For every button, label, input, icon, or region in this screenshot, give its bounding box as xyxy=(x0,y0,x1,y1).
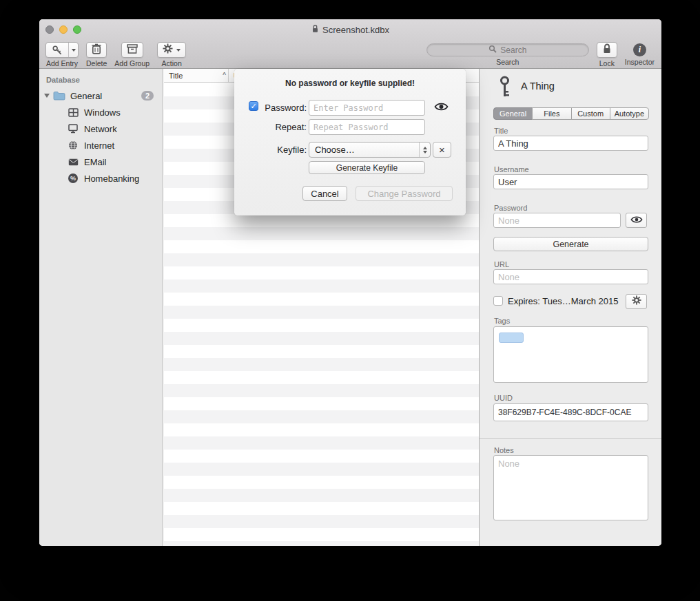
sidebar-item-label: Internet xyxy=(84,140,114,151)
info-icon: i xyxy=(639,45,641,55)
url-field[interactable] xyxy=(493,269,648,284)
gear-icon xyxy=(163,43,173,56)
cancel-label: Cancel xyxy=(311,189,338,199)
dialog-repeat-input[interactable] xyxy=(309,119,425,135)
password-label: Password xyxy=(494,204,527,212)
search-input[interactable]: Search xyxy=(426,43,589,56)
sidebar-item-label: EMail xyxy=(84,157,107,167)
title-label: Title xyxy=(494,127,508,135)
change-password-label: Change Password xyxy=(367,189,440,199)
globe-icon xyxy=(67,140,79,150)
search-item: Search Search xyxy=(426,42,589,66)
keyfile-dropdown[interactable]: Choose… xyxy=(309,142,431,158)
sidebar-item-label: Homebanking xyxy=(84,173,139,184)
delete-item: Delete xyxy=(86,42,107,67)
sidebar-item-label: General xyxy=(70,91,102,101)
key-icon xyxy=(500,76,510,101)
sidebar-item-network[interactable]: Network xyxy=(39,120,163,137)
chevron-up-icon xyxy=(423,147,427,149)
action-label: Action xyxy=(162,59,182,67)
notes-field[interactable] xyxy=(493,455,648,520)
column-header-title[interactable]: Title ^ xyxy=(164,69,228,82)
window-chrome: Screenshot.kdbx Add Entry xyxy=(39,19,661,69)
delete-label: Delete xyxy=(86,59,107,67)
gear-icon xyxy=(632,295,641,308)
url-label: URL xyxy=(494,260,509,268)
sidebar-item-email[interactable]: EMail xyxy=(39,154,163,170)
add-entry-dropdown[interactable] xyxy=(68,43,78,57)
document-proxy-icon xyxy=(311,24,319,35)
traffic-lights xyxy=(45,25,81,34)
inspector-label: Inspector xyxy=(625,58,655,66)
dialog-message: No password or keyfile supplied! xyxy=(234,78,466,88)
close-x-icon: × xyxy=(439,145,445,155)
sort-ascending-icon: ^ xyxy=(223,72,226,79)
desktop-background: Screenshot.kdbx Add Entry xyxy=(0,0,700,601)
entry-title: A Thing xyxy=(521,81,555,92)
generate-label: Generate xyxy=(553,240,588,249)
expires-label: Expires: Tues…March 2015 xyxy=(508,296,618,306)
delete-button[interactable] xyxy=(86,42,107,58)
password-checkbox[interactable]: ✓ xyxy=(249,101,258,111)
sidebar: Database General 2 Windows xyxy=(39,69,163,546)
title-field[interactable] xyxy=(493,136,648,151)
tab-custom[interactable]: Custom xyxy=(571,107,610,120)
chevron-down-icon xyxy=(176,49,181,52)
password-field[interactable] xyxy=(493,213,621,228)
app-window: Screenshot.kdbx Add Entry xyxy=(39,19,661,546)
tab-autotype[interactable]: Autotype xyxy=(610,107,649,120)
sidebar-header: Database xyxy=(39,73,163,87)
expires-checkbox[interactable] xyxy=(493,296,503,306)
change-password-dialog: No password or keyfile supplied! ✓ Passw… xyxy=(234,69,466,215)
sidebar-item-windows[interactable]: Windows xyxy=(39,104,163,120)
toolbar: Add Entry Delete xyxy=(39,40,661,68)
group-box-icon xyxy=(127,44,138,56)
network-icon xyxy=(67,124,79,134)
sidebar-item-homebanking[interactable]: % Homebanking xyxy=(39,170,163,187)
chevron-down-icon xyxy=(72,49,76,52)
sidebar-item-label: Network xyxy=(84,124,117,134)
eye-icon xyxy=(630,214,643,226)
username-label: Username xyxy=(494,165,529,173)
titlebar[interactable]: Screenshot.kdbx xyxy=(39,19,661,40)
tag-chip xyxy=(499,333,524,343)
inspector-toggle-button[interactable]: i xyxy=(633,43,646,56)
add-group-button[interactable] xyxy=(121,42,143,58)
keyfile-value: Choose… xyxy=(315,145,355,155)
tags-field[interactable] xyxy=(493,326,648,383)
section-divider xyxy=(480,438,661,439)
sidebar-item-general[interactable]: General 2 xyxy=(39,87,163,104)
generate-keyfile-button[interactable]: Generate Keyfile xyxy=(309,161,425,174)
action-button[interactable] xyxy=(157,42,186,58)
generate-password-button[interactable]: Generate xyxy=(493,237,648,251)
reveal-password-button[interactable] xyxy=(626,213,647,228)
window-title: Screenshot.kdbx xyxy=(322,25,389,35)
zoom-button[interactable] xyxy=(73,25,81,34)
close-button[interactable] xyxy=(45,25,54,34)
windows-icon xyxy=(67,108,79,117)
disclosure-triangle-icon[interactable] xyxy=(44,94,50,98)
key-plus-icon xyxy=(46,43,68,57)
tab-general[interactable]: General xyxy=(493,107,533,120)
tags-label: Tags xyxy=(494,317,510,325)
cancel-button[interactable]: Cancel xyxy=(302,186,347,201)
clear-keyfile-button[interactable]: × xyxy=(433,142,451,158)
sidebar-item-internet[interactable]: Internet xyxy=(39,137,163,154)
uuid-label: UUID xyxy=(494,394,513,402)
lock-button[interactable] xyxy=(597,42,617,58)
add-entry-button[interactable] xyxy=(45,42,79,58)
uuid-field[interactable] xyxy=(493,403,648,421)
dialog-reveal-password-button[interactable] xyxy=(431,101,451,115)
envelope-icon xyxy=(67,158,79,166)
dialog-password-input[interactable] xyxy=(309,100,425,116)
username-field[interactable] xyxy=(493,174,648,189)
expires-settings-button[interactable] xyxy=(626,294,647,309)
check-icon: ✓ xyxy=(250,103,256,110)
dialog-password-label: Password: xyxy=(261,103,307,113)
chevron-down-icon xyxy=(423,151,427,154)
change-password-button[interactable]: Change Password xyxy=(356,186,453,201)
add-entry-label: Add Entry xyxy=(46,59,78,67)
minimize-button[interactable] xyxy=(59,25,68,34)
content-area: Database General 2 Windows xyxy=(39,69,661,546)
tab-files[interactable]: Files xyxy=(532,107,571,120)
